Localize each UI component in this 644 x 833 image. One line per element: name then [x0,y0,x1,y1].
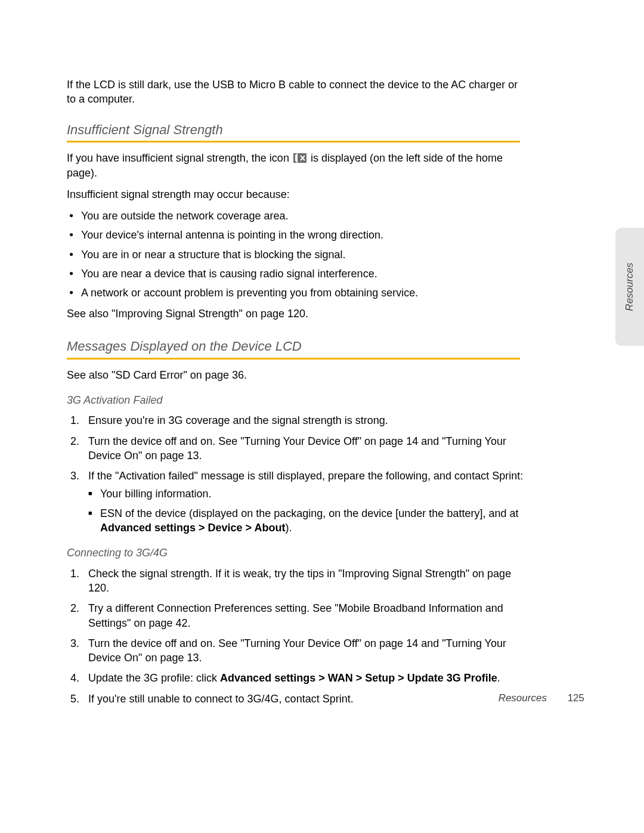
text-fragment: . [497,672,500,684]
list-item: A network or account problem is preventi… [67,286,526,300]
text-fragment: If the "Activation failed" message is st… [88,470,523,482]
signal-see-also: See also "Improving Signal Strength" on … [67,306,526,321]
signal-causes-list: You are outside the network coverage are… [67,209,526,300]
heading-rule [67,141,520,143]
signal-paragraph-2: Insufficient signal strength may occur b… [67,187,526,202]
connecting-steps: Check the signal strength. If it is weak… [67,566,526,706]
heading-insufficient-signal: Insufficient Signal Strength [67,121,526,139]
list-item: Ensure you're in 3G coverage and the sig… [67,413,526,428]
list-item: ESN of the device (displayed on the pack… [88,506,526,535]
list-item: Try a different Connection Preferences s… [67,601,526,630]
intro-paragraph: If the LCD is still dark, use the USB to… [67,78,526,107]
list-item: Update the 3G profile: click Advanced se… [67,671,526,685]
page-footer: Resources 125 [0,692,644,705]
subheading-3g-activation-failed: 3G Activation Failed [67,393,526,407]
text-fragment: Update the 3G profile: click [88,672,220,684]
contact-info-list: Your billing information. ESN of the dev… [88,487,526,535]
list-item: Turn the device off and on. See "Turning… [67,434,526,463]
heading-rule [67,358,520,360]
list-item: Turn the device off and on. See "Turning… [67,636,526,665]
list-item: You are in or near a structure that is b… [67,247,526,262]
list-item: Your device's internal antenna is pointi… [67,228,526,242]
footer-section-label: Resources [499,692,547,704]
list-item: Your billing information. [88,487,526,501]
subheading-connecting-3g4g: Connecting to 3G/4G [67,546,526,560]
page-content: If the LCD is still dark, use the USB to… [0,0,644,706]
text-fragment: ESN of the device (displayed on the pack… [100,507,518,519]
list-item: Check the signal strength. If it is weak… [67,566,526,596]
menu-path: Advanced settings > Device > About [100,522,285,534]
heading-messages-lcd: Messages Displayed on the Device LCD [67,337,526,355]
lcd-see-also: See also "SD Card Error" on page 36. [67,368,526,382]
text-fragment: If you have insufficient signal strength… [67,152,292,164]
list-item: If the "Activation failed" message is st… [67,469,526,535]
menu-path: Advanced settings > WAN > Setup > Update… [220,672,497,684]
activation-failed-steps: Ensure you're in 3G coverage and the sig… [67,413,526,535]
text-fragment: ). [285,522,292,534]
signal-paragraph-1: If you have insufficient signal strength… [67,151,526,180]
list-item: You are outside the network coverage are… [67,209,526,223]
list-item: You are near a device that is causing ra… [67,267,526,281]
footer-page-number: 125 [568,692,584,704]
signal-x-icon [293,153,306,163]
